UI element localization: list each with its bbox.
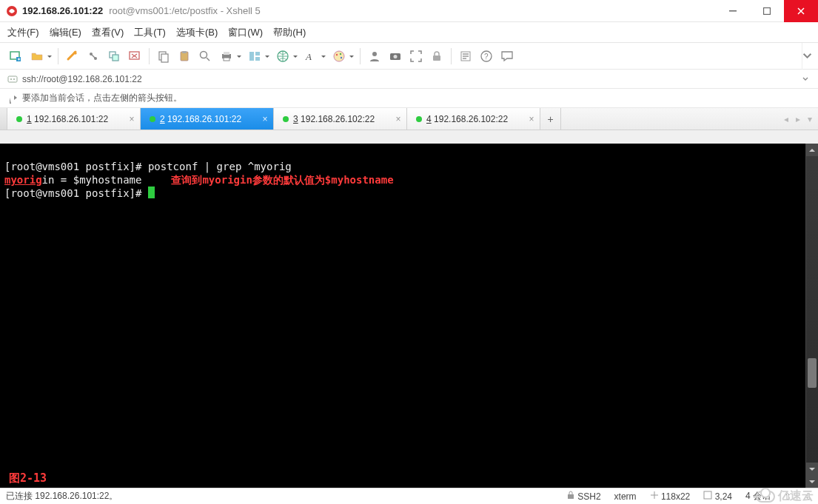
- log-button[interactable]: [456, 47, 475, 66]
- session-tabs: 1 192.168.26.101:22 × 2 192.168.26.101:2…: [0, 108, 818, 130]
- encoding-button[interactable]: [272, 47, 299, 66]
- lock-button[interactable]: [427, 47, 446, 66]
- titlebar: 192.168.26.101:22 root@vms001:/etc/postf…: [0, 0, 818, 22]
- svg-rect-8: [113, 55, 118, 61]
- close-button[interactable]: [784, 0, 818, 22]
- connect-button[interactable]: [84, 47, 103, 66]
- terminal[interactable]: [root@vms001 postfix]# postconf | grep ^…: [0, 144, 805, 488]
- caret-pos-icon: [703, 491, 712, 500]
- svg-point-25: [340, 53, 341, 54]
- screenshot-button[interactable]: [386, 47, 405, 66]
- help-button[interactable]: ?: [477, 47, 496, 66]
- tab-close-icon[interactable]: ×: [127, 114, 137, 124]
- tabs-handle[interactable]: [0, 108, 7, 130]
- find-button[interactable]: [195, 47, 215, 66]
- toolbar-separator: [451, 48, 452, 64]
- svg-rect-20: [255, 57, 260, 61]
- tab-num: 4: [426, 114, 432, 124]
- svg-text:?: ?: [484, 53, 489, 61]
- paste-button[interactable]: [175, 47, 194, 66]
- scroll-thumb[interactable]: [808, 358, 817, 388]
- scroll-down-icon[interactable]: [806, 463, 818, 475]
- tab-close-icon[interactable]: ×: [393, 114, 403, 124]
- status-ssh: SSH2: [566, 491, 601, 502]
- toolbar-separator: [58, 48, 58, 64]
- reconnect-button[interactable]: [63, 47, 82, 66]
- status-dot-icon: [150, 116, 155, 122]
- open-button[interactable]: [27, 47, 53, 66]
- maximize-button[interactable]: [750, 0, 784, 22]
- svg-rect-19: [255, 52, 260, 56]
- svg-rect-2: [764, 7, 771, 14]
- tab-close-icon[interactable]: ×: [260, 114, 270, 124]
- tab-num: 1: [27, 114, 32, 124]
- tab-3[interactable]: 3 192.168.26.102:22 ×: [274, 108, 407, 130]
- svg-point-27: [372, 52, 377, 56]
- title-path: root@vms001:/etc/postfix - Xshell 5: [109, 5, 261, 16]
- hint-arrow-icon[interactable]: [7, 93, 18, 104]
- scroll-up-icon[interactable]: [806, 144, 818, 156]
- svg-point-14: [201, 51, 207, 58]
- tab-menu-icon[interactable]: ▾: [808, 114, 812, 124]
- tab-num: 2: [160, 114, 165, 124]
- svg-rect-1: [729, 10, 737, 12]
- tab-prev-icon[interactable]: ◂: [784, 114, 788, 124]
- add-tab-button[interactable]: +: [540, 108, 561, 130]
- menu-tools[interactable]: 工具(T): [134, 26, 166, 39]
- menubar: 文件(F) 编辑(E) 查看(V) 工具(T) 选项卡(B) 窗口(W) 帮助(…: [0, 22, 818, 43]
- font-button[interactable]: A: [301, 47, 327, 66]
- status-term: xterm: [614, 491, 637, 502]
- status-dot-icon: [283, 116, 289, 122]
- svg-rect-34: [8, 76, 17, 82]
- terminal-scrollbar[interactable]: [805, 144, 818, 488]
- tab-4[interactable]: 4 192.168.26.102:22 ×: [407, 108, 540, 130]
- status-dot-icon: [16, 116, 22, 122]
- tab-1[interactable]: 1 192.168.26.101:22 ×: [7, 108, 141, 130]
- svg-rect-16: [224, 52, 229, 55]
- tab-next-icon[interactable]: ▸: [796, 114, 800, 124]
- color-scheme-button[interactable]: [329, 47, 355, 66]
- duplicate-button[interactable]: [104, 47, 124, 66]
- statusbar: 已连接 192.168.26.101:22。 SSH2 xterm 118x22…: [0, 488, 818, 504]
- menu-view[interactable]: 查看(V): [92, 26, 124, 39]
- size-icon: [650, 491, 659, 500]
- layout-button[interactable]: [244, 47, 271, 66]
- svg-point-26: [341, 56, 342, 58]
- address-overflow[interactable]: [800, 66, 811, 93]
- status-down-icon[interactable]: ⇩: [805, 491, 812, 502]
- status-size: 118x22: [650, 491, 691, 502]
- scroll-down2-icon[interactable]: [806, 475, 818, 488]
- feedback-button[interactable]: [497, 47, 517, 66]
- menu-file[interactable]: 文件(F): [7, 26, 39, 39]
- tab-label: 192.168.26.101:22: [167, 114, 241, 124]
- tab-label: 192.168.26.102:22: [434, 114, 508, 124]
- cursor: [148, 187, 155, 198]
- annotation-text: 查询到myorigin参数的默认值为$myhostname: [171, 174, 393, 186]
- menu-tabs[interactable]: 选项卡(B): [176, 26, 218, 39]
- figure-label: 图2-13: [9, 471, 47, 485]
- copy-button[interactable]: [154, 47, 173, 66]
- prompt: [root@vms001 postfix]#: [4, 187, 148, 199]
- fullscreen-button[interactable]: [406, 47, 426, 66]
- tab-close-icon[interactable]: ×: [526, 114, 537, 124]
- menu-help[interactable]: 帮助(H): [273, 26, 306, 39]
- menu-edit[interactable]: 编辑(E): [50, 26, 81, 39]
- app-icon: [6, 5, 18, 17]
- disconnect-button[interactable]: [125, 47, 144, 66]
- menu-window[interactable]: 窗口(W): [228, 26, 263, 39]
- print-button[interactable]: [216, 47, 243, 66]
- tab-num: 3: [293, 114, 298, 124]
- svg-point-24: [336, 53, 338, 55]
- new-session-button[interactable]: [6, 47, 25, 66]
- tabs-nav: ◂ ▸ ▾: [784, 108, 818, 130]
- hint-bar: 要添加当前会话，点击左侧的箭头按钮。: [0, 89, 818, 108]
- address-text[interactable]: ssh://root@192.168.26.101:22: [22, 74, 142, 84]
- status-sessions: 4 会话: [745, 490, 771, 503]
- svg-rect-37: [568, 494, 574, 499]
- tab-2[interactable]: 2 192.168.26.101:22 ×: [141, 108, 274, 130]
- svg-rect-30: [433, 56, 440, 61]
- minimize-button[interactable]: [716, 0, 750, 22]
- tab-label: 192.168.26.102:22: [301, 114, 375, 124]
- status-up-icon[interactable]: ⇧: [784, 491, 791, 502]
- user-button[interactable]: [365, 47, 384, 66]
